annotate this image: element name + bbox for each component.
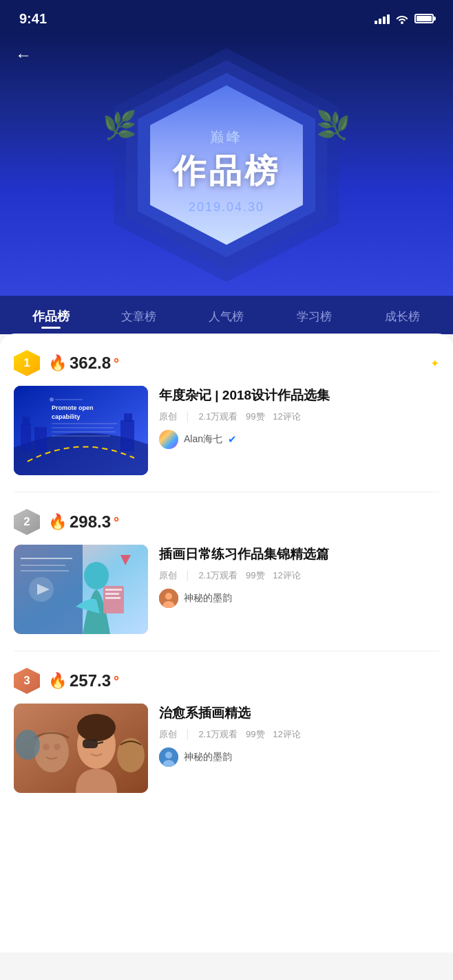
battery-icon (414, 14, 434, 23)
article-title-2[interactable]: 插画日常练习作品集锦精选篇 (159, 545, 439, 564)
laurel-right-icon: 🌿 (316, 109, 350, 142)
svg-rect-5 (120, 420, 134, 451)
hero-title: 作品榜 (137, 149, 316, 193)
article-type-1: 原创 (159, 411, 177, 422)
rank-header-1: 1 🔥 362.8 ° ✦ (14, 350, 439, 376)
rank-score-1: 🔥 362.8 ° (48, 353, 119, 373)
svg-rect-2 (21, 424, 31, 451)
svg-rect-20 (105, 589, 122, 591)
article-info-2: 插画日常练习作品集锦精选篇 原创 │ 2.1万观看 99赞 12评论 (159, 545, 439, 608)
ranking-list: 1 🔥 362.8 ° ✦ (0, 334, 453, 952)
svg-rect-22 (105, 597, 120, 599)
tab-growth[interactable]: 成长榜 (358, 299, 446, 334)
article-likes-1: 99赞 (246, 411, 264, 422)
author-avatar-2 (159, 589, 178, 608)
wifi-icon (395, 13, 409, 24)
author-name-3[interactable]: 神秘的墨韵 (184, 751, 232, 763)
svg-rect-3 (22, 417, 30, 425)
thumb-3-svg (14, 704, 148, 793)
author-avatar-1 (159, 430, 178, 449)
svg-point-43 (165, 752, 172, 759)
content-row-1[interactable]: Promote open capability 年度杂记 | 2018设计作品选… (14, 386, 439, 475)
article-likes-2: 99赞 (246, 570, 264, 580)
hero-date: 2019.04.30 (137, 200, 316, 215)
tab-articles[interactable]: 文章榜 (95, 299, 183, 334)
thumbnail-3 (14, 704, 148, 793)
rank-header-3: 3 🔥 257.3 ° (14, 668, 439, 694)
score-dot-1: ° (114, 356, 119, 371)
signal-bars-icon (375, 13, 390, 24)
author-name-2[interactable]: 神秘的墨韵 (184, 592, 232, 605)
thumb-2-svg (14, 545, 148, 634)
article-meta-3: 原创 │ 2.1万观看 99赞 12评论 (159, 728, 439, 741)
thumbnail-2 (14, 545, 148, 634)
rank-number-1: 1 (23, 356, 30, 370)
svg-text:Promote open: Promote open (52, 404, 94, 411)
tab-popular[interactable]: 人气榜 (182, 299, 271, 334)
svg-rect-41 (14, 704, 148, 793)
laurel-left-icon: 🌿 (103, 109, 137, 142)
article-views-2: 2.1万观看 (198, 570, 238, 580)
article-info-3: 治愈系插画精选 原创 │ 2.1万观看 99赞 12评论 (159, 704, 439, 767)
article-views-3: 2.1万观看 (198, 729, 238, 739)
score-dot-2: ° (114, 514, 119, 530)
back-button[interactable]: ← (15, 45, 32, 65)
svg-point-8 (50, 398, 54, 402)
rank-badge-gold: 1 (14, 350, 40, 376)
content-row-3[interactable]: 治愈系插画精选 原创 │ 2.1万观看 99赞 12评论 (14, 704, 439, 793)
thumb-1-svg: Promote open capability (14, 386, 148, 475)
article-meta-1: 原创 │ 2.1万观看 99赞 12评论 (159, 411, 439, 423)
article-views-1: 2.1万观看 (198, 411, 238, 422)
content-row-2[interactable]: 插画日常练习作品集锦精选篇 原创 │ 2.1万观看 99赞 12评论 (14, 545, 439, 634)
svg-rect-4 (34, 427, 47, 451)
hero-subtitle: 巅峰 (137, 128, 316, 146)
article-meta-2: 原创 │ 2.1万观看 99赞 12评论 (159, 569, 439, 582)
rank-item-2: 2 🔥 298.3 ° (14, 509, 439, 651)
score-dot-3: ° (114, 673, 119, 689)
verified-icon-1: ✔ (228, 433, 237, 446)
thumbnail-1: Promote open capability (14, 386, 148, 475)
rank-number-2: 2 (23, 515, 30, 529)
article-comments-1: 12评论 (273, 411, 300, 422)
fire-icon-3: 🔥 (48, 672, 67, 690)
rank-score-3: 🔥 257.3 ° (48, 671, 119, 690)
svg-point-30 (165, 593, 172, 600)
author-avatar-3 (159, 748, 178, 767)
rank-item-3: 3 🔥 257.3 ° (14, 668, 439, 809)
article-comments-3: 12评论 (273, 729, 300, 739)
hero-banner: ← 🌿 🌿 巅峰 作品榜 2019.04.30 (0, 34, 453, 296)
fire-icon-2: 🔥 (48, 513, 67, 531)
article-info-1: 年度杂记 | 2018设计作品选集 原创 │ 2.1万观看 99赞 12评论 A… (159, 386, 439, 449)
tab-learning[interactable]: 学习榜 (271, 299, 359, 334)
score-value-3: 257.3 (70, 671, 111, 690)
author-row-2: 神秘的墨韵 (159, 589, 439, 608)
fire-icon-1: 🔥 (48, 354, 67, 372)
article-comments-2: 12评论 (273, 570, 300, 580)
star-decoration: ✦ (430, 357, 439, 370)
rank-score-2: 🔥 298.3 ° (48, 512, 119, 532)
svg-rect-6 (124, 413, 132, 422)
rank-header-2: 2 🔥 298.3 ° (14, 509, 439, 535)
tab-bar: 作品榜 文章榜 人气榜 学习榜 成长榜 (0, 296, 453, 334)
status-time: 9:41 (19, 11, 47, 27)
status-bar: 9:41 (0, 0, 453, 34)
article-title-1[interactable]: 年度杂记 | 2018设计作品选集 (159, 386, 439, 405)
rank-number-3: 3 (23, 674, 30, 688)
rank-badge-bronze: 3 (14, 668, 40, 694)
author-row-3: 神秘的墨韵 (159, 748, 439, 767)
tab-works[interactable]: 作品榜 (7, 298, 95, 334)
rank-item-1: 1 🔥 362.8 ° ✦ (14, 350, 439, 492)
article-title-3[interactable]: 治愈系插画精选 (159, 704, 439, 723)
svg-point-18 (84, 562, 109, 589)
score-value-1: 362.8 (70, 353, 111, 373)
status-icons (375, 13, 434, 24)
score-value-2: 298.3 (70, 512, 111, 532)
svg-rect-21 (105, 593, 119, 595)
rank-badge-silver: 2 (14, 509, 40, 535)
hero-content: 🌿 🌿 巅峰 作品榜 2019.04.30 (137, 116, 316, 215)
article-type-3: 原创 (159, 729, 177, 739)
author-row-1: Alan海七 ✔ (159, 430, 439, 449)
article-likes-3: 99赞 (246, 729, 264, 739)
author-name-1[interactable]: Alan海七 (184, 433, 222, 446)
svg-text:capability: capability (52, 413, 81, 420)
